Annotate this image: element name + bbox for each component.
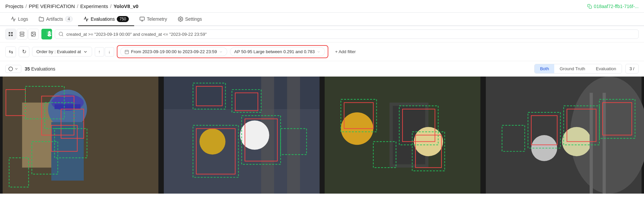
telemetry-icon [139, 16, 145, 22]
svg-point-70 [562, 127, 591, 156]
ap-range-chip[interactable]: AP 50-95 Large between 0.291 and 0.783 [230, 47, 325, 56]
svg-point-12 [32, 33, 33, 34]
order-chevron-icon [83, 49, 88, 54]
svg-rect-25 [51, 122, 84, 181]
breadcrumb-current: YoloV8_v0 [113, 3, 138, 9]
image-placeholder-2 [161, 77, 322, 194]
svg-rect-10 [20, 34, 24, 36]
svg-rect-41 [287, 77, 300, 194]
select-all-icon [8, 67, 13, 71]
search-icon [58, 31, 64, 37]
logs-icon [11, 16, 16, 22]
svg-rect-71 [590, 93, 593, 194]
breadcrumb-experiments[interactable]: Experiments [80, 3, 108, 9]
tabs-bar: Logs Artifacts 4 Evaluations 750 Telemet… [0, 13, 644, 26]
list-icon [19, 31, 25, 37]
search-toolbar: ⛇ created_at >= "2023-09-19 00:00" and c… [0, 26, 644, 42]
select-chevron-icon [14, 67, 18, 71]
order-by-btn[interactable]: Order by : Evaluated at [32, 47, 92, 57]
svg-point-43 [240, 120, 269, 150]
tab-settings[interactable]: Settings [173, 13, 208, 26]
svg-rect-9 [20, 32, 24, 34]
filter-active-btn[interactable]: ⛇ [41, 29, 52, 39]
search-bar[interactable]: created_at >= "2023-09-19 00:00" and cre… [55, 29, 639, 39]
svg-rect-7 [9, 34, 10, 36]
ap-chip-label: AP 50-95 Large between 0.291 and 0.783 [234, 49, 315, 54]
run-id: 018aaf72-ffb1-716f-... [587, 4, 639, 9]
svg-point-20 [9, 67, 13, 71]
select-all-btn[interactable] [5, 65, 21, 73]
image-cell-1[interactable] [0, 77, 161, 194]
breadcrumb-projects[interactable]: Projects [5, 3, 23, 9]
svg-point-69 [531, 135, 557, 161]
tab-artifacts[interactable]: Artifacts 4 [33, 13, 78, 26]
svg-rect-72 [602, 93, 606, 194]
order-by-label: Order by : Evaluated at [36, 49, 81, 54]
image-cell-4[interactable] [483, 77, 644, 194]
date-range-chip[interactable]: From 2023-09-19 00:00 to 2023-09-22 23:5… [120, 47, 227, 56]
svg-point-4 [180, 18, 181, 20]
svg-point-42 [199, 129, 225, 155]
date-chip-chevron-icon [219, 50, 223, 54]
image-cell-2[interactable] [161, 77, 322, 194]
artifacts-badge: 4 [65, 16, 73, 22]
copy-icon [587, 4, 592, 9]
svg-rect-8 [11, 34, 13, 36]
breadcrumb-sep-3: / [110, 3, 111, 9]
svg-point-14 [59, 32, 63, 36]
shuffle-btn[interactable]: ⇆ [5, 46, 16, 57]
svg-rect-16 [125, 50, 128, 54]
breadcrumb-sep-1: / [25, 3, 27, 9]
svg-rect-5 [9, 32, 10, 34]
sort-asc-btn[interactable]: ↑ [95, 47, 104, 57]
grid-view-btn[interactable] [5, 29, 16, 39]
page-indicator: 3 / [625, 64, 639, 74]
sort-buttons: ↑ ↓ [95, 47, 114, 57]
svg-point-57 [341, 112, 373, 145]
ground-truth-view-btn[interactable]: Ground Truth [554, 64, 591, 73]
results-count: 35 Evaluations [25, 66, 531, 72]
image-icon [31, 31, 36, 37]
calendar-icon [124, 49, 129, 54]
image-view-btn[interactable] [28, 29, 39, 39]
svg-rect-6 [11, 32, 13, 34]
grid-icon [8, 31, 13, 37]
tab-logs[interactable]: Logs [5, 13, 33, 26]
filter-chips-container: From 2023-09-19 00:00 to 2023-09-22 23:5… [117, 45, 328, 58]
svg-rect-1 [140, 17, 144, 20]
sort-desc-btn[interactable]: ↓ [105, 47, 114, 57]
list-view-btn[interactable] [17, 29, 27, 39]
view-buttons [5, 29, 39, 39]
both-view-btn[interactable]: Both [535, 64, 554, 73]
date-chip-label: From 2023-09-19 00:00 to 2023-09-22 23:5… [131, 49, 217, 54]
add-filter-btn[interactable]: + Add filter [331, 47, 360, 56]
tab-evaluations[interactable]: Evaluations 750 [78, 13, 134, 26]
results-row: 35 Evaluations Both Ground Truth Evaluat… [0, 61, 644, 77]
filter-icon [41, 31, 47, 37]
tab-telemetry[interactable]: Telemetry [134, 13, 173, 26]
settings-icon [178, 16, 183, 22]
image-placeholder-1 [0, 77, 161, 194]
artifacts-icon [39, 16, 44, 22]
image-placeholder-3 [322, 77, 483, 194]
image-cell-3[interactable] [322, 77, 483, 194]
svg-point-58 [414, 127, 443, 156]
breadcrumb-sep-2: / [77, 3, 78, 9]
breadcrumb-project[interactable]: PPE VERIFICATION [29, 3, 75, 9]
evaluations-icon [83, 16, 89, 22]
image-grid [0, 77, 644, 194]
evaluation-view-btn[interactable]: Evaluation [591, 64, 622, 73]
search-value: created_at >= "2023-09-19 00:00" and cre… [66, 32, 207, 37]
svg-rect-0 [589, 6, 592, 8]
svg-line-15 [62, 35, 63, 36]
refresh-btn[interactable]: ↻ [19, 46, 29, 57]
breadcrumb: Projects / PPE VERIFICATION / Experiment… [0, 0, 644, 13]
svg-rect-27 [54, 104, 80, 109]
annotation-view-toggle: Both Ground Truth Evaluation [534, 64, 622, 74]
filter-toolbar: ⇆ ↻ Order by : Evaluated at ↑ ↓ From 202… [0, 42, 644, 61]
ap-chip-chevron-icon [317, 50, 321, 54]
evaluations-badge: 750 [117, 16, 129, 22]
image-placeholder-4 [483, 77, 644, 194]
